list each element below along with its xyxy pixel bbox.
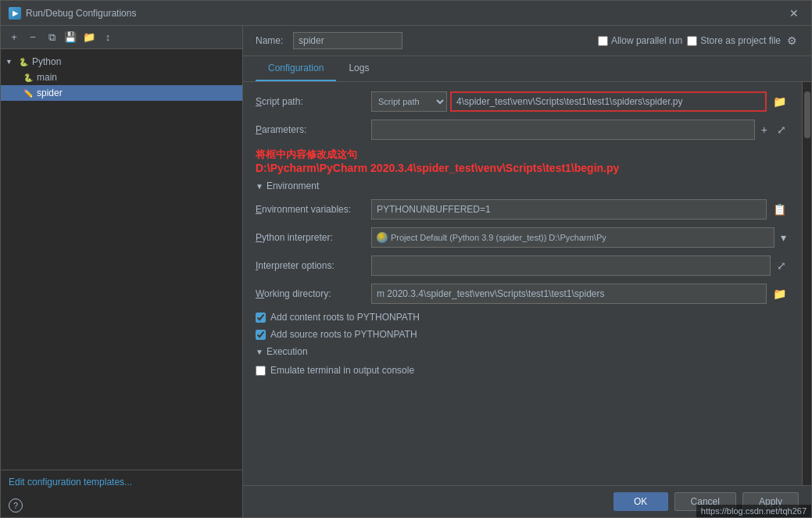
python-icon [377, 232, 388, 243]
title-bar: ▶ Run/Debug Configurations ✕ [1, 1, 811, 26]
execution-section-label: Execution [266, 346, 308, 357]
python-interp-row: Python interpreter: Project Default (Pyt… [256, 227, 789, 248]
emulate-terminal-row: Emulate terminal in output console [256, 365, 789, 376]
allow-parallel-option[interactable]: Allow parallel run [598, 35, 682, 46]
add-content-roots-row: Add content roots to PYTHONPATH [256, 312, 789, 323]
ok-button[interactable]: OK [613, 492, 668, 511]
right-panel: Name: Allow parallel run Store as projec… [243, 26, 811, 517]
parameters-input[interactable] [371, 120, 755, 140]
env-vars-wrapper: 📋 [371, 199, 789, 220]
config-scroll-area: Script path: Script path Module name 📁 [243, 82, 811, 485]
annotation-area: 将框中内容修改成这句 D:\Pycharm\PyCharm 2020.3.4\s… [256, 148, 789, 174]
python-interp-label: Python interpreter: [256, 232, 365, 243]
sort-config-button[interactable]: ↕ [99, 29, 116, 46]
python-group-header[interactable]: ▼ 🐍 Python [1, 54, 242, 70]
script-path-dropdown[interactable]: Script path Module name [371, 91, 447, 112]
scrollbar[interactable] [802, 82, 811, 485]
python-group: ▼ 🐍 Python 🐍 main ✏️ spider [1, 52, 242, 102]
content-area: + − ⧉ 💾 📁 ↕ ▼ 🐍 Python 🐍 main [1, 26, 811, 517]
python-interp-input[interactable]: Project Default (Python 3.9 (spider_test… [371, 227, 774, 248]
close-button[interactable]: ✕ [785, 5, 803, 21]
add-source-roots-checkbox[interactable] [256, 330, 266, 340]
sidebar-tree: ▼ 🐍 Python 🐍 main ✏️ spider [1, 49, 242, 470]
parameters-add-button[interactable]: + [758, 120, 771, 140]
sidebar-item-spider[interactable]: ✏️ spider [1, 85, 242, 101]
python-interp-value: Project Default (Python 3.9 (spider_test… [391, 233, 606, 242]
scroll-thumb[interactable] [804, 91, 810, 138]
python-group-label: Python [32, 56, 61, 67]
config-header: Name: Allow parallel run Store as projec… [243, 26, 811, 56]
save-config-button[interactable]: 💾 [62, 29, 79, 46]
env-vars-label: Environment variables: [256, 204, 365, 215]
python-file-icon-spider: ✏️ [23, 88, 34, 98]
annotation-target: D:\Pycharm\PyCharm 2020.3.4\spider_test\… [256, 162, 789, 174]
interp-options-expand-button[interactable]: ⤢ [774, 255, 789, 276]
environment-section-header[interactable]: ▼ Environment [256, 180, 789, 191]
name-input[interactable] [293, 32, 402, 49]
emulate-terminal-label: Emulate terminal in output console [270, 365, 414, 376]
annotation-text: 将框中内容修改成这句 [256, 148, 789, 162]
app-icon: ▶ [9, 7, 21, 20]
parameters-wrapper: + ⤢ [371, 120, 789, 140]
add-content-roots-checkbox[interactable] [256, 313, 266, 323]
python-file-icon: 🐍 [23, 72, 34, 83]
emulate-terminal-checkbox[interactable] [256, 366, 266, 376]
options-group: Allow parallel run Store as project file… [598, 33, 799, 48]
allow-parallel-checkbox[interactable] [598, 36, 608, 46]
sidebar-bottom: Edit configuration templates... [1, 470, 242, 494]
env-vars-row: Environment variables: 📋 [256, 199, 789, 220]
sidebar-item-spider-label: spider [37, 88, 63, 98]
chevron-down-icon: ▼ [5, 58, 15, 66]
help-icon[interactable]: ? [9, 498, 23, 513]
interp-options-wrapper: ⤢ [371, 255, 789, 276]
copy-config-button[interactable]: ⧉ [43, 29, 60, 46]
allow-parallel-label: Allow parallel run [611, 35, 682, 46]
gear-icon[interactable]: ⚙ [785, 33, 799, 48]
config-area: Script path: Script path Module name 📁 [243, 82, 802, 485]
script-path-browse-button[interactable]: 📁 [770, 91, 789, 112]
tabs-bar: Configuration Logs [243, 56, 811, 82]
parameters-row: Parameters: + ⤢ [256, 120, 789, 140]
tab-configuration[interactable]: Configuration [256, 56, 336, 81]
script-path-input[interactable] [450, 91, 767, 112]
sidebar-item-main-label: main [37, 72, 57, 83]
interp-options-row: Interpreter options: ⤢ [256, 255, 789, 276]
env-vars-input[interactable] [371, 199, 767, 220]
sidebar-toolbar: + − ⧉ 💾 📁 ↕ [1, 26, 242, 49]
remove-config-button[interactable]: − [24, 29, 41, 46]
name-row: Name: [256, 32, 402, 49]
working-dir-input[interactable] [371, 284, 767, 304]
parameters-label: Parameters: [256, 124, 365, 135]
working-dir-wrapper: 📁 [371, 284, 789, 304]
execution-expand-icon: ▼ [256, 348, 263, 356]
python-interp-dropdown-button[interactable]: ▾ [778, 227, 789, 248]
working-dir-row: Working directory: 📁 [256, 284, 789, 304]
environment-section-label: Environment [266, 180, 319, 191]
store-project-checkbox[interactable] [687, 36, 697, 46]
dialog-title: Run/Debug Configurations [26, 8, 136, 19]
run-debug-dialog: ▶ Run/Debug Configurations ✕ + − ⧉ 💾 📁 ↕… [0, 0, 812, 518]
add-config-button[interactable]: + [5, 29, 23, 46]
script-path-wrapper: Script path Module name 📁 [371, 91, 789, 112]
folder-config-button[interactable]: 📁 [80, 29, 98, 46]
execution-section-header[interactable]: ▼ Execution [256, 346, 789, 357]
working-dir-label: Working directory: [256, 288, 365, 299]
sidebar-item-main[interactable]: 🐍 main [1, 70, 242, 85]
url-bar: https://blog.csdn.net/tqh267 [696, 505, 811, 517]
store-project-option[interactable]: Store as project file [687, 35, 781, 46]
store-project-label: Store as project file [700, 35, 781, 46]
script-path-label: Script path: [256, 96, 365, 107]
working-dir-browse-button[interactable]: 📁 [770, 284, 789, 304]
sidebar-help: ? [1, 494, 242, 517]
interp-options-input[interactable] [371, 255, 771, 276]
name-label: Name: [256, 35, 287, 46]
title-bar-left: ▶ Run/Debug Configurations [9, 7, 136, 20]
python-group-icon: 🐍 [18, 56, 29, 67]
parameters-expand-button[interactable]: ⤢ [774, 120, 789, 140]
edit-templates-link[interactable]: Edit configuration templates... [9, 477, 132, 488]
add-source-roots-label: Add source roots to PYTHONPATH [270, 329, 417, 340]
env-vars-browse-button[interactable]: 📋 [770, 199, 789, 220]
tab-logs[interactable]: Logs [336, 56, 381, 81]
add-content-roots-label: Add content roots to PYTHONPATH [270, 312, 420, 323]
script-path-row: Script path: Script path Module name 📁 [256, 91, 789, 112]
